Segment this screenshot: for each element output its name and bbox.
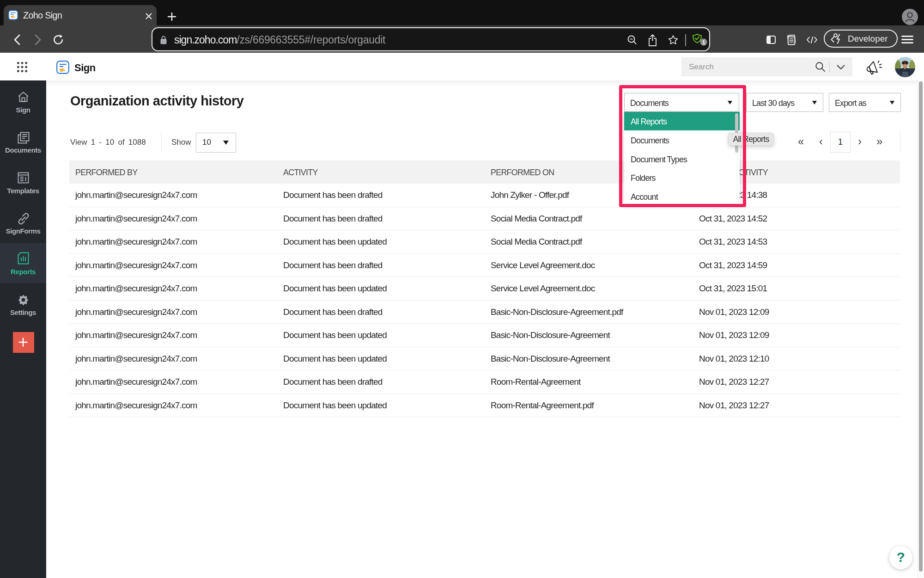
svg-text:1: 1 bbox=[702, 39, 705, 46]
